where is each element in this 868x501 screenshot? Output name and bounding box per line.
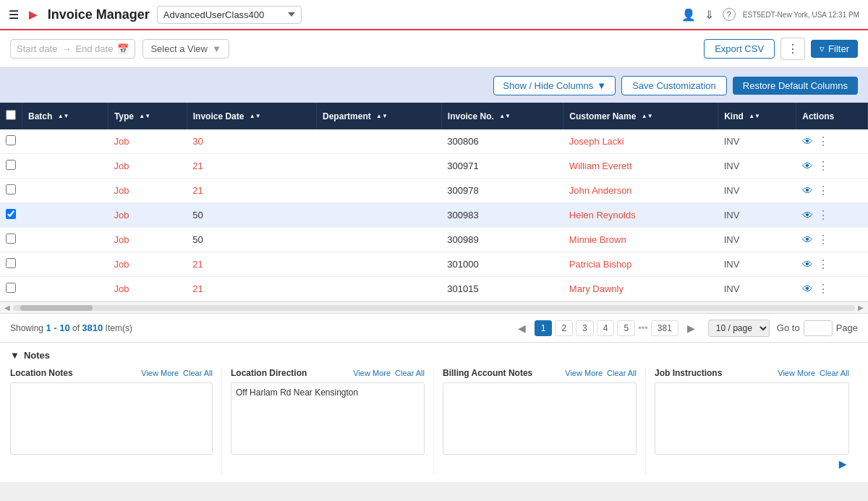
notes-header[interactable]: ▼ Notes bbox=[10, 350, 858, 361]
page-4-button[interactable]: 4 bbox=[597, 320, 615, 336]
customer-name-cell[interactable]: John Anderson bbox=[563, 179, 718, 203]
row-checkbox-cell[interactable] bbox=[0, 228, 22, 252]
row-checkbox-cell[interactable] bbox=[0, 129, 22, 154]
select-all-header[interactable] bbox=[0, 103, 22, 129]
clear-all-link-1[interactable]: Clear All bbox=[395, 369, 425, 377]
department-column-header[interactable]: Department ▲▼ bbox=[317, 103, 442, 129]
page-1-button[interactable]: 1 bbox=[535, 320, 553, 336]
row-checkbox-cell[interactable] bbox=[0, 154, 22, 179]
clear-all-link-3[interactable]: Clear All bbox=[820, 369, 849, 377]
view-icon[interactable]: 👁 bbox=[802, 160, 813, 172]
customer-link[interactable]: William Everett bbox=[569, 160, 632, 171]
help-icon[interactable]: ? bbox=[723, 8, 736, 21]
horizontal-scrollbar[interactable]: ◀ ▶ bbox=[0, 301, 868, 313]
goto-input[interactable] bbox=[804, 320, 833, 336]
row-checkbox[interactable] bbox=[6, 160, 16, 170]
row-checkbox[interactable] bbox=[6, 135, 16, 145]
notes-textarea-2[interactable] bbox=[443, 382, 637, 455]
row-checkbox[interactable] bbox=[6, 234, 16, 244]
row-checkbox-cell[interactable] bbox=[0, 179, 22, 203]
row-more-icon[interactable]: ⋮ bbox=[817, 208, 829, 222]
customer-name-cell[interactable]: Mary Dawnly bbox=[563, 277, 718, 301]
save-customization-button[interactable]: Save Customization bbox=[621, 76, 727, 95]
invoice-no-column-header[interactable]: Invoice No. ▲▼ bbox=[441, 103, 563, 129]
select-all-checkbox[interactable] bbox=[6, 110, 16, 120]
view-more-link-2[interactable]: View More bbox=[565, 369, 603, 377]
row-checkbox[interactable] bbox=[6, 184, 16, 194]
row-more-icon[interactable]: ⋮ bbox=[817, 134, 829, 148]
download-icon[interactable]: ⇓ bbox=[705, 8, 714, 22]
clear-all-link-0[interactable]: Clear All bbox=[183, 369, 213, 377]
type-cell[interactable]: Job bbox=[108, 228, 187, 252]
show-hide-columns-button[interactable]: Show / Hide Columns ▼ bbox=[493, 76, 616, 95]
page-3-button[interactable]: 3 bbox=[576, 320, 594, 336]
page-2-button[interactable]: 2 bbox=[555, 320, 573, 336]
view-more-link-1[interactable]: View More bbox=[353, 369, 391, 377]
type-link[interactable]: Job bbox=[114, 283, 129, 294]
user-icon[interactable]: 👤 bbox=[681, 8, 696, 22]
customer-name-column-header[interactable]: Customer Name ▲▼ bbox=[563, 103, 718, 129]
type-link[interactable]: Job bbox=[114, 136, 129, 147]
customer-name-cell[interactable]: Joseph Lacki bbox=[563, 129, 718, 154]
type-link[interactable]: Job bbox=[114, 234, 129, 245]
type-link[interactable]: Job bbox=[114, 160, 129, 171]
notes-textarea-0[interactable] bbox=[10, 382, 213, 455]
view-icon[interactable]: 👁 bbox=[802, 283, 813, 295]
more-options-button[interactable]: ⋮ bbox=[780, 38, 805, 60]
kind-column-header[interactable]: Kind ▲▼ bbox=[718, 103, 796, 129]
date-range-picker[interactable]: Start date → End date 📅 bbox=[10, 39, 135, 59]
export-csv-button[interactable]: Export CSV bbox=[704, 39, 775, 59]
view-icon[interactable]: 👁 bbox=[802, 184, 813, 197]
batch-column-header[interactable]: Batch ▲▼ bbox=[22, 103, 109, 129]
scroll-left-icon[interactable]: ◀ bbox=[1, 304, 13, 312]
row-more-icon[interactable]: ⋮ bbox=[817, 282, 829, 296]
row-checkbox[interactable] bbox=[6, 258, 16, 268]
filter-button[interactable]: ▿ Filter bbox=[811, 40, 858, 58]
customer-link[interactable]: Patricia Bishop bbox=[569, 259, 632, 270]
customer-link[interactable]: Minnie Brown bbox=[569, 234, 626, 245]
row-checkbox[interactable] bbox=[6, 209, 16, 219]
type-column-header[interactable]: Type ▲▼ bbox=[108, 103, 187, 129]
type-link[interactable]: Job bbox=[114, 185, 129, 196]
row-more-icon[interactable]: ⋮ bbox=[817, 184, 829, 197]
row-more-icon[interactable]: ⋮ bbox=[817, 159, 829, 173]
restore-defaults-button[interactable]: Restore Default Columns bbox=[733, 77, 858, 95]
scroll-right-icon[interactable]: ▶ bbox=[855, 304, 867, 312]
customer-link[interactable]: Joseph Lacki bbox=[569, 136, 624, 147]
type-cell[interactable]: Job bbox=[108, 154, 187, 179]
view-icon[interactable]: 👁 bbox=[802, 234, 813, 246]
type-cell[interactable]: Job bbox=[108, 179, 187, 203]
notes-textarea-1[interactable]: Off Harlam Rd Near Kensington bbox=[231, 382, 425, 455]
view-icon[interactable]: 👁 bbox=[802, 258, 813, 270]
page-5-button[interactable]: 5 bbox=[617, 320, 635, 336]
customer-link[interactable]: John Anderson bbox=[569, 185, 632, 196]
row-checkbox-cell[interactable] bbox=[0, 252, 22, 277]
view-icon[interactable]: 👁 bbox=[802, 135, 813, 147]
clear-all-link-2[interactable]: Clear All bbox=[607, 369, 637, 377]
notes-textarea-3[interactable] bbox=[655, 382, 849, 455]
type-cell[interactable]: Job bbox=[108, 252, 187, 277]
next-page-button[interactable]: ▶ bbox=[681, 320, 701, 336]
page-last-button[interactable]: 381 bbox=[651, 320, 678, 336]
type-cell[interactable]: Job bbox=[108, 277, 187, 301]
type-cell[interactable]: Job bbox=[108, 203, 187, 228]
view-selector[interactable]: Select a View ▼ bbox=[142, 39, 229, 59]
customer-name-cell[interactable]: Helen Reynolds bbox=[563, 203, 718, 228]
invoice-date-column-header[interactable]: Invoice Date ▲▼ bbox=[187, 103, 316, 129]
customer-name-cell[interactable]: William Everett bbox=[563, 154, 718, 179]
hamburger-menu[interactable]: ☰ bbox=[9, 8, 19, 22]
per-page-selector[interactable]: 10 / page 25 / page 50 / page bbox=[708, 320, 770, 337]
notes-right-arrow[interactable]: ► bbox=[655, 457, 849, 475]
customer-name-cell[interactable]: Minnie Brown bbox=[563, 228, 718, 252]
type-cell[interactable]: Job bbox=[108, 129, 187, 154]
type-link[interactable]: Job bbox=[114, 259, 129, 270]
customer-link[interactable]: Helen Reynolds bbox=[569, 210, 636, 220]
prev-page-button[interactable]: ◀ bbox=[512, 320, 532, 336]
customer-name-cell[interactable]: Patricia Bishop bbox=[563, 252, 718, 277]
type-link[interactable]: Job bbox=[114, 210, 129, 220]
row-checkbox[interactable] bbox=[6, 283, 16, 293]
row-checkbox-cell[interactable] bbox=[0, 203, 22, 228]
row-more-icon[interactable]: ⋮ bbox=[817, 257, 829, 271]
workspace-selector[interactable]: AdvancedUserClass400 bbox=[157, 6, 302, 24]
row-checkbox-cell[interactable] bbox=[0, 277, 22, 301]
